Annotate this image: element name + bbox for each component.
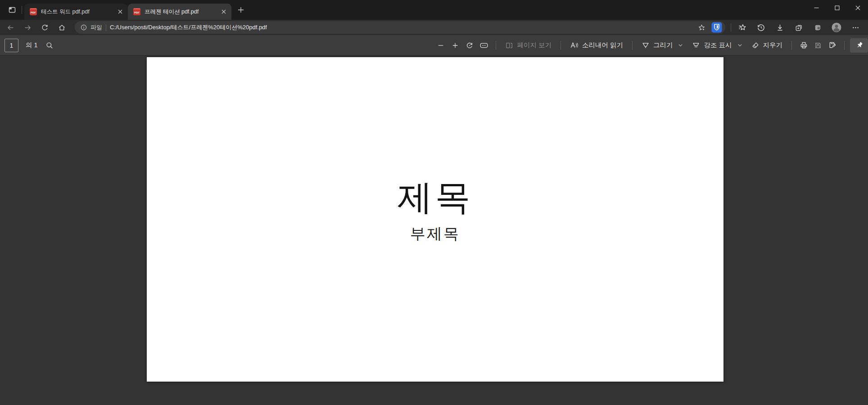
browser-essentials-icon[interactable] — [811, 22, 824, 33]
scheme-divider — [106, 24, 106, 31]
minimize-button[interactable] — [806, 0, 827, 15]
pdf-page: 제목 부제목 — [147, 57, 723, 382]
read-aloud-button[interactable]: 소리내어 읽기 — [565, 38, 628, 53]
bitwarden-extension-icon[interactable] — [711, 22, 723, 33]
eraser-icon — [751, 41, 760, 50]
fit-to-width-button[interactable] — [477, 38, 491, 53]
save-button[interactable] — [811, 38, 825, 53]
read-aloud-icon — [570, 41, 579, 50]
tab-test-word-pdf[interactable]: PDF 테스트 워드 pdf.pdf — [24, 4, 128, 20]
draw-button[interactable]: 그리기 — [637, 38, 688, 53]
toolbar-separator — [844, 41, 845, 50]
toolbar-separator — [561, 41, 561, 50]
chevron-down-icon[interactable] — [678, 43, 683, 48]
tab-presentation-pdf[interactable]: PDF 프레젠 테이션 pdf.pdf — [128, 4, 231, 20]
page-view-icon — [505, 41, 513, 50]
navbar-separator — [731, 23, 731, 32]
navigation-bar: 파일 C:/Users/posti/Desktop/테스트/프레젠%20테이션%… — [0, 20, 868, 35]
settings-more-button[interactable] — [849, 22, 862, 33]
refresh-button[interactable] — [39, 22, 50, 33]
tab-close-button[interactable] — [220, 8, 228, 16]
tab-strip: PDF 테스트 워드 pdf.pdf PDF 프레젠 테이션 pdf.pdf — [0, 0, 868, 20]
zoom-out-button[interactable] — [434, 38, 448, 53]
draw-pen-icon — [642, 41, 650, 50]
tab-close-button[interactable] — [116, 8, 124, 16]
document-title: 제목 — [147, 174, 723, 221]
forward-button[interactable] — [22, 22, 33, 33]
url-text: C:/Users/posti/Desktop/테스트/프레젠%20테이션%20p… — [110, 23, 267, 32]
toolbar-pin-button[interactable] — [850, 38, 868, 53]
zoom-in-button[interactable] — [448, 38, 462, 53]
chevron-down-icon[interactable] — [737, 43, 742, 48]
tab-actions-icon — [8, 5, 17, 14]
save-as-button[interactable] — [825, 38, 840, 53]
toolbar-separator — [632, 41, 633, 50]
draw-label: 그리기 — [653, 41, 673, 50]
tab-actions-menu-button[interactable] — [5, 3, 19, 17]
window-controls — [806, 0, 868, 15]
tab-label: 테스트 워드 pdf.pdf — [41, 8, 116, 16]
highlight-button[interactable]: 강조 표시 — [687, 38, 746, 53]
erase-button[interactable]: 지우기 — [747, 38, 787, 53]
pdf-toolbar: 의 1 — [0, 35, 868, 56]
downloads-button[interactable] — [773, 22, 786, 33]
browser-window: PDF 테스트 워드 pdf.pdf PDF 프레젠 테이션 pdf.pdf — [0, 0, 868, 405]
pdf-file-icon: PDF — [133, 8, 140, 15]
home-button[interactable] — [56, 22, 68, 33]
url-scheme-label: 파일 — [90, 23, 102, 32]
highlighter-icon — [692, 41, 700, 50]
site-info-icon[interactable] — [80, 24, 87, 31]
page-view-button[interactable]: 페이지 보기 — [501, 38, 556, 53]
read-aloud-label: 소리내어 읽기 — [582, 41, 623, 50]
pdf-file-icon: PDF — [30, 8, 37, 15]
page-number-input[interactable] — [5, 39, 18, 52]
erase-label: 지우기 — [763, 41, 783, 50]
search-icon[interactable] — [42, 38, 57, 53]
page-count-label: 의 1 — [26, 41, 38, 50]
address-bar[interactable]: 파일 C:/Users/posti/Desktop/테스트/프레젠%20테이션%… — [75, 21, 725, 34]
rotate-button[interactable] — [462, 38, 477, 53]
tab-divider — [22, 6, 22, 14]
history-icon[interactable] — [755, 22, 767, 33]
print-button[interactable] — [796, 38, 811, 53]
highlight-label: 강조 표시 — [704, 41, 732, 50]
favorites-button[interactable] — [736, 22, 748, 33]
document-subtitle: 부제목 — [147, 224, 723, 244]
back-button[interactable] — [5, 22, 16, 33]
add-favorite-button[interactable] — [696, 22, 707, 33]
new-tab-button[interactable] — [235, 4, 247, 16]
toolbar-separator — [496, 41, 496, 50]
page-view-label: 페이지 보기 — [517, 41, 552, 50]
tab-label: 프레젠 테이션 pdf.pdf — [145, 8, 220, 16]
maximize-button[interactable] — [827, 0, 847, 15]
profile-avatar[interactable] — [830, 22, 843, 33]
pdf-viewer-area: 제목 부제목 — [0, 56, 868, 405]
close-window-button[interactable] — [847, 0, 868, 15]
collections-button[interactable] — [792, 22, 805, 33]
toolbar-separator — [791, 41, 792, 50]
